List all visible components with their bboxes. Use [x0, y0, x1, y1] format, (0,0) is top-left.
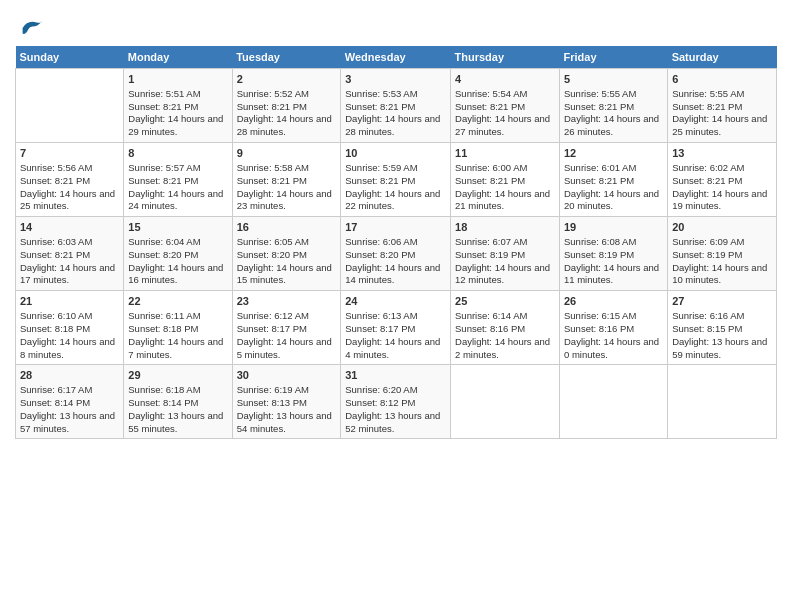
sunrise-text: Sunrise: 6:08 AM: [564, 236, 636, 247]
calendar-cell: 25Sunrise: 6:14 AMSunset: 8:16 PMDayligh…: [451, 291, 560, 365]
calendar-cell: 2Sunrise: 5:52 AMSunset: 8:21 PMDaylight…: [232, 69, 341, 143]
day-number: 11: [455, 146, 555, 161]
calendar-cell: 21Sunrise: 6:10 AMSunset: 8:18 PMDayligh…: [16, 291, 124, 365]
sunset-text: Sunset: 8:21 PM: [455, 175, 525, 186]
sunset-text: Sunset: 8:17 PM: [237, 323, 307, 334]
logo-bird-icon: [17, 14, 45, 42]
sunrise-text: Sunrise: 6:07 AM: [455, 236, 527, 247]
day-number: 25: [455, 294, 555, 309]
sunset-text: Sunset: 8:21 PM: [345, 101, 415, 112]
day-number: 2: [237, 72, 337, 87]
calendar-cell: [451, 365, 560, 439]
calendar-header-row: SundayMondayTuesdayWednesdayThursdayFrid…: [16, 46, 777, 69]
sunset-text: Sunset: 8:21 PM: [564, 175, 634, 186]
daylight-text: Daylight: 14 hours and 19 minutes.: [672, 188, 767, 212]
day-header-thursday: Thursday: [451, 46, 560, 69]
day-number: 8: [128, 146, 227, 161]
sunset-text: Sunset: 8:17 PM: [345, 323, 415, 334]
daylight-text: Daylight: 14 hours and 24 minutes.: [128, 188, 223, 212]
calendar-cell: 12Sunrise: 6:01 AMSunset: 8:21 PMDayligh…: [560, 143, 668, 217]
calendar-week-4: 21Sunrise: 6:10 AMSunset: 8:18 PMDayligh…: [16, 291, 777, 365]
sunset-text: Sunset: 8:18 PM: [128, 323, 198, 334]
sunset-text: Sunset: 8:21 PM: [20, 249, 90, 260]
sunset-text: Sunset: 8:16 PM: [564, 323, 634, 334]
day-number: 13: [672, 146, 772, 161]
sunrise-text: Sunrise: 6:15 AM: [564, 310, 636, 321]
sunrise-text: Sunrise: 5:58 AM: [237, 162, 309, 173]
day-number: 28: [20, 368, 119, 383]
sunrise-text: Sunrise: 6:14 AM: [455, 310, 527, 321]
day-header-wednesday: Wednesday: [341, 46, 451, 69]
sunset-text: Sunset: 8:20 PM: [345, 249, 415, 260]
daylight-text: Daylight: 14 hours and 28 minutes.: [237, 113, 332, 137]
calendar-cell: 29Sunrise: 6:18 AMSunset: 8:14 PMDayligh…: [124, 365, 232, 439]
sunset-text: Sunset: 8:21 PM: [237, 101, 307, 112]
daylight-text: Daylight: 14 hours and 10 minutes.: [672, 262, 767, 286]
day-number: 29: [128, 368, 227, 383]
page: SundayMondayTuesdayWednesdayThursdayFrid…: [0, 0, 792, 447]
sunrise-text: Sunrise: 5:56 AM: [20, 162, 92, 173]
day-number: 16: [237, 220, 337, 235]
daylight-text: Daylight: 14 hours and 12 minutes.: [455, 262, 550, 286]
daylight-text: Daylight: 13 hours and 57 minutes.: [20, 410, 115, 434]
calendar-week-3: 14Sunrise: 6:03 AMSunset: 8:21 PMDayligh…: [16, 217, 777, 291]
calendar-cell: [16, 69, 124, 143]
calendar-cell: 4Sunrise: 5:54 AMSunset: 8:21 PMDaylight…: [451, 69, 560, 143]
daylight-text: Daylight: 14 hours and 27 minutes.: [455, 113, 550, 137]
sunrise-text: Sunrise: 6:16 AM: [672, 310, 744, 321]
sunset-text: Sunset: 8:21 PM: [672, 175, 742, 186]
day-number: 19: [564, 220, 663, 235]
calendar-table: SundayMondayTuesdayWednesdayThursdayFrid…: [15, 46, 777, 439]
day-number: 24: [345, 294, 446, 309]
sunrise-text: Sunrise: 5:55 AM: [564, 88, 636, 99]
day-header-saturday: Saturday: [668, 46, 777, 69]
calendar-cell: 22Sunrise: 6:11 AMSunset: 8:18 PMDayligh…: [124, 291, 232, 365]
day-header-monday: Monday: [124, 46, 232, 69]
calendar-cell: 3Sunrise: 5:53 AMSunset: 8:21 PMDaylight…: [341, 69, 451, 143]
calendar-cell: 19Sunrise: 6:08 AMSunset: 8:19 PMDayligh…: [560, 217, 668, 291]
daylight-text: Daylight: 14 hours and 25 minutes.: [20, 188, 115, 212]
sunrise-text: Sunrise: 6:20 AM: [345, 384, 417, 395]
calendar-cell: 27Sunrise: 6:16 AMSunset: 8:15 PMDayligh…: [668, 291, 777, 365]
calendar-cell: 6Sunrise: 5:55 AMSunset: 8:21 PMDaylight…: [668, 69, 777, 143]
day-number: 26: [564, 294, 663, 309]
daylight-text: Daylight: 13 hours and 55 minutes.: [128, 410, 223, 434]
day-number: 17: [345, 220, 446, 235]
calendar-cell: 8Sunrise: 5:57 AMSunset: 8:21 PMDaylight…: [124, 143, 232, 217]
sunset-text: Sunset: 8:21 PM: [237, 175, 307, 186]
calendar-cell: 28Sunrise: 6:17 AMSunset: 8:14 PMDayligh…: [16, 365, 124, 439]
sunrise-text: Sunrise: 6:10 AM: [20, 310, 92, 321]
daylight-text: Daylight: 14 hours and 2 minutes.: [455, 336, 550, 360]
sunrise-text: Sunrise: 6:19 AM: [237, 384, 309, 395]
calendar-cell: 31Sunrise: 6:20 AMSunset: 8:12 PMDayligh…: [341, 365, 451, 439]
day-number: 9: [237, 146, 337, 161]
sunrise-text: Sunrise: 6:02 AM: [672, 162, 744, 173]
day-number: 5: [564, 72, 663, 87]
calendar-cell: 17Sunrise: 6:06 AMSunset: 8:20 PMDayligh…: [341, 217, 451, 291]
calendar-cell: 13Sunrise: 6:02 AMSunset: 8:21 PMDayligh…: [668, 143, 777, 217]
daylight-text: Daylight: 14 hours and 8 minutes.: [20, 336, 115, 360]
daylight-text: Daylight: 14 hours and 21 minutes.: [455, 188, 550, 212]
calendar-week-2: 7Sunrise: 5:56 AMSunset: 8:21 PMDaylight…: [16, 143, 777, 217]
day-number: 14: [20, 220, 119, 235]
sunset-text: Sunset: 8:20 PM: [237, 249, 307, 260]
daylight-text: Daylight: 14 hours and 16 minutes.: [128, 262, 223, 286]
day-number: 6: [672, 72, 772, 87]
sunrise-text: Sunrise: 5:53 AM: [345, 88, 417, 99]
calendar-cell: 7Sunrise: 5:56 AMSunset: 8:21 PMDaylight…: [16, 143, 124, 217]
daylight-text: Daylight: 14 hours and 20 minutes.: [564, 188, 659, 212]
calendar-week-1: 1Sunrise: 5:51 AMSunset: 8:21 PMDaylight…: [16, 69, 777, 143]
daylight-text: Daylight: 14 hours and 4 minutes.: [345, 336, 440, 360]
sunset-text: Sunset: 8:21 PM: [128, 175, 198, 186]
day-number: 1: [128, 72, 227, 87]
sunrise-text: Sunrise: 6:12 AM: [237, 310, 309, 321]
day-number: 12: [564, 146, 663, 161]
calendar-cell: 20Sunrise: 6:09 AMSunset: 8:19 PMDayligh…: [668, 217, 777, 291]
day-number: 15: [128, 220, 227, 235]
sunset-text: Sunset: 8:19 PM: [455, 249, 525, 260]
calendar-cell: 1Sunrise: 5:51 AMSunset: 8:21 PMDaylight…: [124, 69, 232, 143]
day-number: 3: [345, 72, 446, 87]
day-header-friday: Friday: [560, 46, 668, 69]
sunset-text: Sunset: 8:21 PM: [672, 101, 742, 112]
header: [15, 10, 777, 42]
